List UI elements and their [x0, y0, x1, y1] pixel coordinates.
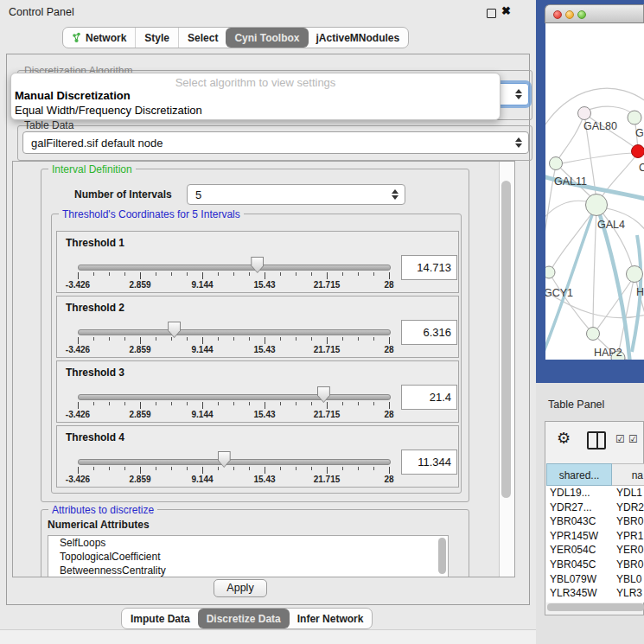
- popup-option-equal-width-frequency[interactable]: Equal Width/Frequency Discretization: [15, 104, 202, 117]
- table-data-value: galFiltered.sif default node: [31, 137, 163, 150]
- column-header-name[interactable]: na: [612, 463, 644, 486]
- threshold-2-label: Threshold 2: [66, 302, 124, 314]
- tick-label: 28: [384, 410, 393, 419]
- number-of-intervals-combobox[interactable]: 5: [187, 184, 405, 205]
- numerical-attributes-label: Numerical Attributes: [48, 519, 150, 531]
- list-item-betweennesscentrality[interactable]: BetweennessCentrality: [48, 564, 448, 577]
- node-h[interactable]: [627, 266, 643, 283]
- tab-select[interactable]: Select: [178, 28, 226, 48]
- tab-infer-network[interactable]: Infer Network: [289, 609, 373, 628]
- tick-label: 15.43: [253, 475, 275, 484]
- threshold-coordinates-title: Threshold's Coordinates for 5 Intervals: [59, 208, 244, 220]
- tab-style[interactable]: Style: [135, 28, 178, 48]
- list-scrollbar[interactable]: [438, 538, 446, 574]
- tab-jactivemnodules[interactable]: jActiveMNodules: [308, 28, 409, 48]
- table-row[interactable]: YLR345WYLR3: [546, 586, 644, 601]
- node-label-partial-h: H: [636, 286, 644, 298]
- threshold-1-slider-track[interactable]: [78, 265, 391, 271]
- threshold-1-value-field[interactable]: 14.713: [401, 255, 457, 280]
- numerical-attributes-list: SelfLoops TopologicalCoefficient Between…: [48, 535, 449, 577]
- table-panel-title: Table Panel: [548, 399, 604, 411]
- network-icon: [72, 32, 81, 43]
- checkbox-icon[interactable]: ☑: [628, 433, 638, 445]
- table-row[interactable]: YBR043CYBR0: [546, 514, 644, 529]
- tick-label: 15.43: [253, 410, 275, 419]
- node-label-partial-c: C: [639, 162, 644, 174]
- float-window-icon[interactable]: [487, 9, 496, 18]
- network-view[interactable]: GAL80 G C GAL11 GAL4 GCY1 H HAP2: [545, 23, 644, 360]
- split-view-icon[interactable]: [587, 431, 606, 450]
- table-row[interactable]: YDR27...YDR2: [546, 501, 644, 515]
- threshold-2-slider-thumb[interactable]: [168, 322, 181, 338]
- network-window-titlebar[interactable]: [545, 4, 644, 23]
- tick-label: 2.859: [129, 280, 150, 290]
- node-gal4[interactable]: [586, 194, 608, 216]
- table-row[interactable]: YDL19...YDL1: [546, 486, 644, 501]
- bottom-tabstrip: Impute Data Discretize Data Infer Networ…: [121, 608, 373, 629]
- threshold-3-label: Threshold 3: [66, 367, 124, 379]
- table-row[interactable]: YBL079WYBL0: [546, 572, 644, 587]
- close-icon[interactable]: ✖: [501, 4, 511, 17]
- checkbox-icon[interactable]: ☑: [615, 433, 625, 445]
- table-data-combobox[interactable]: galFiltered.sif default node: [22, 131, 529, 154]
- node-partial-top-right[interactable]: [628, 111, 641, 124]
- table-row[interactable]: YPR145WYPR1: [546, 529, 644, 544]
- table-horizontal-scrollbar[interactable]: [547, 603, 644, 611]
- attributes-group-title: Attributes to discretize: [48, 504, 157, 516]
- tick-marks: [78, 337, 390, 341]
- tab-impute-data[interactable]: Impute Data: [122, 609, 199, 628]
- threshold-4-value-field[interactable]: 11.344: [401, 450, 457, 475]
- tick-label: 2.859: [129, 345, 150, 354]
- gear-icon[interactable]: ⚙: [557, 429, 571, 447]
- threshold-3-value-field[interactable]: 21.4: [401, 385, 457, 410]
- table-rows: YDL19...YDL1 YDR27...YDR2 YBR043CYBR0 YP…: [546, 486, 644, 603]
- screen: Control Panel ✖ Network Style Select Cyn…: [0, 0, 644, 644]
- table-row[interactable]: YER054CYER0: [546, 543, 644, 558]
- settings-vertical-scrollbar[interactable]: [499, 162, 514, 577]
- tick-label: 28: [384, 475, 393, 484]
- tab-discretize-data[interactable]: Discretize Data: [198, 609, 290, 628]
- threshold-3-slider-thumb[interactable]: [317, 386, 330, 403]
- threshold-4-slider-track[interactable]: [78, 459, 391, 465]
- threshold-2-value-field[interactable]: 6.316: [401, 320, 457, 345]
- node-gal80[interactable]: [578, 107, 591, 120]
- tick-label: 15.43: [253, 345, 275, 354]
- tab-network[interactable]: Network: [63, 28, 135, 48]
- list-item-selfloops[interactable]: SelfLoops: [48, 536, 448, 550]
- tick-marks: [78, 272, 390, 276]
- threshold-2-slider-track[interactable]: [78, 329, 391, 335]
- node-label-gal80: GAL80: [583, 120, 617, 132]
- threshold-3-panel: Threshold 3 -3.426 2.859 9.144 15.43 21.…: [56, 360, 459, 423]
- table-row[interactable]: YIL052CYIL0: [546, 601, 644, 603]
- node-label-gal11: GAL11: [554, 175, 587, 188]
- table-row[interactable]: YBR045CYBR0: [546, 558, 644, 572]
- threshold-4-label: Threshold 4: [66, 431, 124, 443]
- minimize-traffic-light[interactable]: [565, 10, 574, 19]
- node-label-hap2: HAP2: [594, 347, 622, 359]
- column-header-shared-name[interactable]: shared...: [546, 463, 612, 486]
- scrollbar-thumb[interactable]: [501, 181, 511, 498]
- settings-scrollpane: Interval Definition Number of Intervals …: [12, 161, 515, 577]
- node-hap2[interactable]: [587, 328, 600, 341]
- interval-definition-title: Interval Definition: [48, 163, 136, 175]
- zoom-traffic-light[interactable]: [577, 10, 586, 19]
- node-gcy1[interactable]: [545, 266, 555, 278]
- threshold-1-slider-thumb[interactable]: [251, 257, 264, 273]
- list-item-topologicalcoefficient[interactable]: TopologicalCoefficient: [48, 550, 448, 564]
- algorithm-dropdown-popup: Select algorithm to view settings Manual…: [10, 73, 501, 120]
- apply-button[interactable]: Apply: [214, 579, 267, 597]
- tick-label: -3.426: [66, 410, 90, 419]
- threshold-4-slider-thumb[interactable]: [218, 451, 231, 468]
- node-gal11[interactable]: [550, 157, 563, 170]
- node-selected-red[interactable]: [632, 145, 644, 158]
- popup-option-manual-discretization[interactable]: Manual Discretization: [15, 89, 131, 102]
- number-of-intervals-label: Number of Intervals: [74, 188, 172, 201]
- tick-label: 9.144: [191, 345, 213, 354]
- tick-marks: [78, 467, 390, 470]
- threshold-1-panel: Threshold 1 -3.426 2.859 9.144 15.43 21.…: [56, 231, 459, 293]
- network-canvas: [545, 23, 644, 360]
- threshold-3-slider-track[interactable]: [78, 394, 391, 400]
- tick-label: 28: [384, 345, 393, 354]
- tab-cyni-toolbox[interactable]: Cyni Toolbox: [226, 28, 308, 48]
- close-traffic-light[interactable]: [553, 10, 562, 19]
